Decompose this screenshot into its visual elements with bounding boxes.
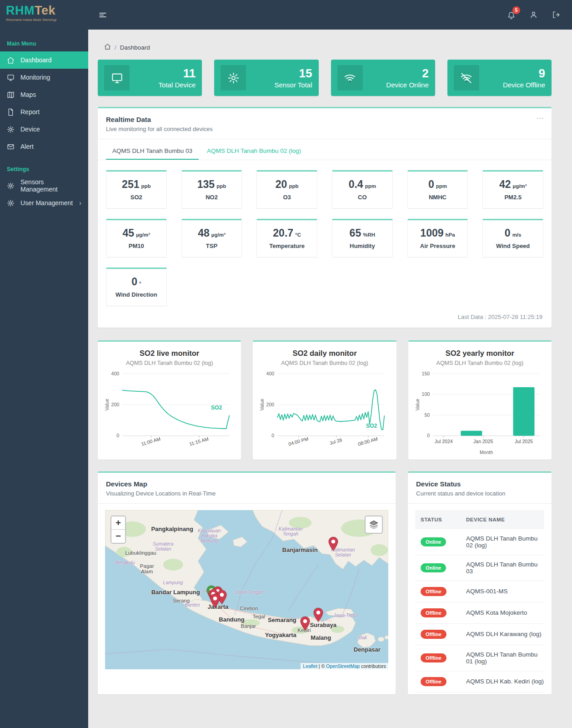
device-name: AQMS DLH Karawang (log) (466, 631, 544, 637)
sensor-label: TSP (184, 243, 240, 250)
sensor-tile-nmhc: 0ppmNMHC (407, 170, 468, 209)
map-marker-pin-icon[interactable] (328, 536, 339, 551)
svg-text:100: 100 (421, 391, 430, 397)
sensor-unit: m/s (512, 232, 522, 238)
map-marker-pin-icon[interactable] (300, 616, 311, 631)
home-icon[interactable] (104, 43, 111, 51)
leaflet-link[interactable]: Leaflet (303, 663, 317, 669)
svg-text:Value: Value (104, 399, 110, 410)
breadcrumb: / Dashboard (104, 43, 552, 51)
sensor-unit: %RH (363, 232, 375, 238)
tab-aqms-dlh-tanah-bumbu-02-log[interactable]: AQMS DLH Tanah Bumbu 02 (log) (201, 142, 307, 160)
panel-options-icon[interactable]: ⋯ (537, 114, 544, 122)
sensor-tile-no2: 135ppbNO2 (181, 170, 242, 209)
device-status-row-aqms-dlh-karawang-log: OfflineAQMS DLH Karawang (log) (415, 624, 544, 645)
svg-text:SO2: SO2 (366, 423, 377, 429)
breadcrumb-current: Dashboard (120, 44, 150, 51)
device-status-row-aqms-dlh-tanah-bumbu-01-log: OfflineAQMS DLH Tanah Bumbu 01 (log) (415, 645, 544, 671)
sensor-unit: ° (139, 281, 141, 286)
device-status-row-aqms-dlh-kab-kediri-log: OfflineAQMS DLH Kab. Kediri (log) (415, 671, 544, 693)
realtime-subtitle: Live monitoring for all connected device… (106, 126, 543, 132)
sensor-unit: °C (295, 232, 301, 238)
gear-icon (7, 199, 15, 207)
monitor-icon (7, 74, 15, 81)
realtime-panel: Realtime Data Live monitoring for all co… (98, 107, 552, 328)
stat-label: Device Online (363, 81, 429, 89)
stat-value: 11 (130, 67, 196, 80)
chart-canvas: 020040011:00 AM11:15 AMValueSO2 (104, 368, 235, 456)
sidebar-item-sensors-management[interactable]: Sensors Management (0, 177, 88, 194)
stat-label: Total Device (130, 81, 196, 89)
chart-bar-nov-2024 (461, 431, 482, 436)
device-status-row-aqms-kota-mojokerto: OfflineAQMS Kota Mojokerto (415, 602, 544, 624)
sensor-label: NMHC (410, 194, 466, 201)
sidebar-item-user-management[interactable]: User Management› (0, 194, 88, 212)
status-badge: Online (421, 563, 446, 572)
svg-text:400: 400 (111, 371, 120, 376)
devices-map-subtitle: Visualizing Device Locations in Real-Tim… (106, 490, 387, 497)
device-status-row-aqms-dlh-tanah-bumbu-02-log: OnlineAQMS DLH Tanah Bumbu 02 (log) (415, 529, 544, 555)
menu-toggle-icon[interactable] (98, 10, 107, 20)
sensor-value: 42 (499, 178, 511, 191)
sidebar-item-alert[interactable]: Alert (0, 138, 88, 155)
chart-subtitle: AQMS DLH Tanah Bumbu 02 (log) (104, 360, 235, 366)
sensor-unit: ppm (365, 183, 376, 189)
device-status-panel: Device Status Current status and device … (408, 471, 552, 694)
stat-value: 15 (246, 67, 312, 80)
settings-heading: Settings (0, 166, 88, 177)
svg-text:0: 0 (272, 433, 275, 438)
notifications-bell-icon[interactable]: 5 (507, 10, 516, 19)
map[interactable]: + − PangkalpinangKepulauan Bangka Belitu… (105, 510, 388, 669)
sidebar-item-monitoring[interactable]: Monitoring (0, 69, 88, 86)
sidebar-item-maps[interactable]: Maps (0, 86, 88, 103)
sensor-unit: µg/m³ (211, 232, 226, 238)
stat-card-sensor-total: 15Sensor Total (214, 60, 318, 96)
zoom-in-button[interactable]: + (111, 516, 125, 530)
device-name-column-header: DEVICE NAME (466, 517, 544, 522)
devices-map-panel: Devices Map Visualizing Device Locations… (98, 471, 396, 694)
status-table-header: STATUS DEVICE NAME (415, 510, 544, 529)
user-profile-icon[interactable] (529, 10, 538, 19)
map-zoom-control: + − (110, 516, 126, 544)
realtime-header: Realtime Data Live monitoring for all co… (98, 108, 552, 139)
sensor-value: 20 (276, 178, 287, 191)
sensor-unit: ppb (216, 183, 226, 189)
svg-text:SO2: SO2 (211, 404, 222, 411)
map-layers-control[interactable] (365, 516, 383, 534)
chart-card-so2-live-monitor: SO2 live monitorAQMS DLH Tanah Bumbu 02 … (98, 340, 241, 460)
layers-icon (369, 520, 379, 530)
sidebar-item-report[interactable]: Report (0, 103, 88, 121)
osm-link[interactable]: OpenStreetMap (326, 663, 360, 669)
sensor-unit: ppb (289, 183, 298, 189)
gear-icon (221, 65, 246, 91)
file-icon (7, 108, 15, 116)
svg-text:04:00 PM: 04:00 PM (288, 436, 309, 447)
main-menu-heading: Main Menu (0, 40, 88, 51)
chart-bar-jul-2025 (513, 387, 534, 436)
sensor-label: Wind Speed (485, 243, 541, 250)
svg-text:0: 0 (116, 433, 119, 438)
wifi-off-icon (454, 65, 479, 91)
map-marker-pin-icon[interactable] (210, 593, 221, 608)
logout-icon[interactable] (552, 10, 560, 19)
status-badge: Offline (421, 677, 447, 686)
zoom-out-button[interactable]: − (111, 530, 125, 543)
tab-aqms-dlh-tanah-bumbu-03[interactable]: AQMS DLH Tanah Bumbu 03 (106, 142, 199, 160)
sensor-tile-temperature: 20.7°CTemperature (256, 219, 317, 258)
devices-map-title: Devices Map (106, 480, 387, 488)
sidebar-item-dashboard[interactable]: Dashboard (0, 51, 88, 69)
map-marker-pin-icon[interactable] (313, 607, 324, 622)
mail-icon (7, 143, 15, 151)
app-root: RHMTek Resonansi Hasta Mulia Teknologi M… (0, 0, 572, 728)
svg-text:0: 0 (427, 433, 430, 438)
svg-text:Jan 2025: Jan 2025 (473, 439, 493, 444)
home-icon (7, 56, 15, 64)
device-tabs: AQMS DLH Tanah Bumbu 03AQMS DLH Tanah Bu… (98, 142, 552, 160)
main-column: 5 / Dashboard 11Total Device15Sensor Tot… (88, 0, 572, 728)
sidebar-item-device[interactable]: Device (0, 121, 88, 138)
sensor-label: O3 (259, 194, 315, 201)
sidebar-item-label: Report (20, 108, 40, 116)
chart-canvas: 020040004:00 PMJul 2808:00 AMValueSO2 (259, 368, 390, 456)
sensor-label: CO (334, 194, 391, 201)
stat-label: Device Offline (479, 81, 545, 89)
